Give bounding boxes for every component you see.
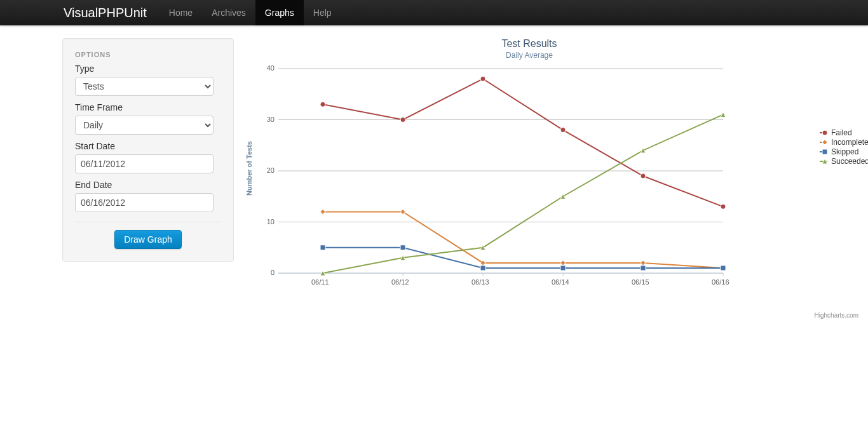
main-container: OPTIONS Type Tests Time Frame Daily Star… — [62, 25, 806, 316]
svg-point-17 — [721, 204, 726, 209]
draw-graph-button[interactable]: Draw Graph — [114, 230, 181, 249]
nav-item-archives[interactable]: Archives — [202, 0, 255, 25]
start-date-label: Start Date — [75, 141, 221, 151]
legend-item-incomplete[interactable]: Incomplete — [820, 138, 868, 147]
nav-item-graphs[interactable]: Graphs — [255, 0, 304, 25]
options-header: OPTIONS — [75, 51, 221, 58]
svg-point-25 — [822, 130, 827, 135]
type-label: Type — [75, 64, 221, 74]
svg-rect-22 — [641, 266, 646, 271]
y-tick-label: 30 — [267, 116, 275, 123]
svg-rect-20 — [480, 266, 485, 271]
svg-rect-18 — [320, 245, 325, 250]
chart-legend: FailedIncompleteSkippedSucceeded — [820, 128, 868, 166]
nav-item-home[interactable]: Home — [159, 0, 202, 25]
y-tick-label: 10 — [267, 218, 275, 225]
brand[interactable]: VisualPHPUnit — [64, 0, 159, 25]
x-tick-label: 06/14 — [552, 278, 569, 286]
nav-item-help[interactable]: Help — [304, 0, 341, 25]
legend-label: Incomplete — [831, 138, 868, 147]
top-navbar: VisualPHPUnit Home Archives Graphs Help — [0, 0, 868, 25]
svg-rect-28 — [822, 149, 827, 154]
y-tick-label: 0 — [271, 269, 275, 276]
legend-label: Skipped — [831, 147, 858, 156]
x-tick-label: 06/11 — [311, 278, 329, 286]
options-divider — [75, 222, 221, 222]
sidebar: OPTIONS Type Tests Time Frame Daily Star… — [62, 38, 234, 262]
svg-point-15 — [560, 128, 566, 133]
legend-marker-icon — [820, 129, 827, 137]
chart-subtitle: Daily Average — [253, 51, 806, 60]
legend-marker-icon — [820, 158, 827, 165]
y-axis-label: Number of Tests — [245, 141, 253, 196]
y-tick-label: 20 — [267, 166, 275, 174]
options-panel: OPTIONS Type Tests Time Frame Daily Star… — [62, 38, 234, 262]
svg-rect-19 — [400, 245, 405, 250]
x-tick-label: 06/13 — [471, 278, 489, 286]
svg-point-12 — [320, 102, 325, 107]
x-tick-label: 06/12 — [391, 278, 409, 286]
svg-point-13 — [400, 118, 405, 123]
chart-credit[interactable]: Highcharts.com — [815, 312, 858, 319]
legend-item-failed[interactable]: Failed — [820, 128, 868, 137]
start-date-input[interactable] — [75, 154, 214, 173]
legend-item-skipped[interactable]: Skipped — [820, 147, 868, 156]
x-tick-label: 06/15 — [632, 278, 649, 286]
svg-rect-23 — [721, 266, 726, 271]
legend-label: Succeeded — [831, 157, 868, 166]
svg-point-16 — [641, 173, 646, 178]
legend-marker-icon — [820, 148, 827, 156]
x-tick-label: 06/16 — [712, 278, 729, 286]
end-date-label: End Date — [75, 180, 221, 190]
y-tick-label: 40 — [267, 64, 275, 72]
svg-rect-21 — [560, 266, 566, 271]
end-date-input[interactable] — [75, 193, 214, 212]
svg-point-14 — [480, 76, 485, 81]
chart-title-block: Test Results Daily Average — [253, 38, 806, 60]
chart-plot-area: Number of Tests 010203040 06/1106/1206/1… — [253, 62, 806, 316]
chart-panel: Test Results Daily Average Number of Tes… — [253, 38, 806, 316]
timeframe-label: Time Frame — [75, 102, 221, 112]
legend-item-succeeded[interactable]: Succeeded — [820, 157, 868, 166]
chart-title: Test Results — [253, 38, 806, 50]
legend-marker-icon — [820, 138, 827, 146]
type-select[interactable]: Tests — [75, 77, 214, 96]
timeframe-select[interactable]: Daily — [75, 116, 214, 135]
legend-label: Failed — [831, 128, 852, 137]
